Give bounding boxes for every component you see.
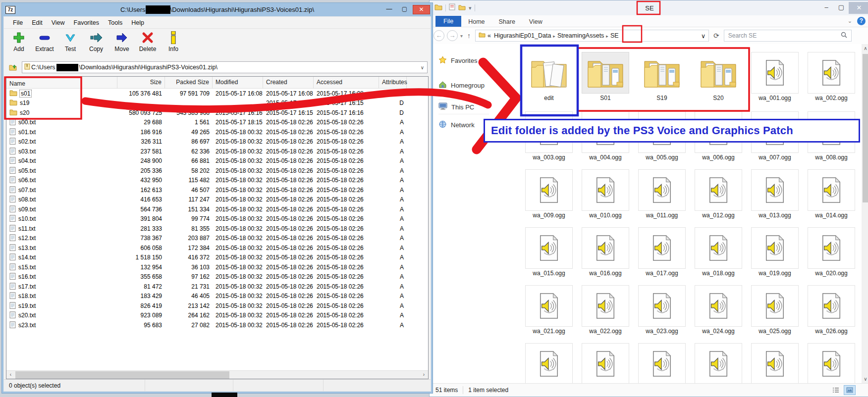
explorer-minimize-button[interactable]: –: [819, 2, 834, 13]
file-tile-wa_022-ogg[interactable]: wa_022.ogg: [580, 285, 631, 335]
ribbon-tab-home[interactable]: Home: [461, 17, 491, 27]
scroll-left-arrow-icon[interactable]: ‹: [6, 371, 15, 379]
file-tile-wa_015-ogg[interactable]: wa_015.ogg: [524, 227, 574, 277]
scrollbar-thumb[interactable]: [863, 54, 868, 202]
sevenzip-minimize-button[interactable]: —: [382, 5, 396, 14]
file-tile-wa_011-ogg[interactable]: wa_011.ogg: [637, 169, 687, 219]
breadcrumb-item-se[interactable]: SE: [609, 32, 620, 39]
menu-item-edit[interactable]: Edit: [28, 18, 47, 27]
sevenzip-address-input[interactable]: C:\Users\Downloads\Higurashi\HigurashiPS…: [22, 61, 428, 73]
table-row[interactable]: s10.txt 391 804 99 774 2015-05-18 00:32 …: [6, 214, 428, 224]
column-header-attributes[interactable]: Attributes: [379, 77, 407, 88]
info-button[interactable]: Info: [162, 31, 185, 52]
sevenzip-close-button[interactable]: ✕: [413, 5, 430, 14]
file-tile[interactable]: [750, 343, 800, 383]
file-tile-wa_019-ogg[interactable]: wa_019.ogg: [750, 227, 800, 277]
table-row[interactable]: s05.txt 205 336 58 202 2015-05-18 00:32 …: [6, 166, 428, 176]
sidebar-item-favorites[interactable]: Favorites: [438, 56, 477, 65]
column-header-accessed[interactable]: Accessed: [314, 77, 379, 88]
file-tile-wa_016-ogg[interactable]: wa_016.ogg: [580, 227, 631, 277]
explorer-close-button[interactable]: ✕: [849, 2, 868, 14]
menu-item-help[interactable]: Help: [127, 18, 148, 27]
details-view-button[interactable]: [830, 385, 842, 395]
up-button[interactable]: ↑: [465, 32, 473, 40]
table-row[interactable]: s01 105 376 481 97 591 709 2015-05-17 16…: [6, 89, 428, 99]
column-header-name[interactable]: Name: [6, 77, 117, 88]
file-tile-wa_017-ogg[interactable]: wa_017.ogg: [637, 227, 687, 277]
column-header-created[interactable]: Created: [263, 77, 314, 88]
column-header-size[interactable]: Size: [117, 77, 165, 88]
file-tile-wa_001-ogg[interactable]: wa_001.ogg: [750, 52, 800, 102]
table-row[interactable]: s20.txt 923 089 264 162 2015-05-18 00:32…: [6, 311, 428, 321]
file-tile-wa_026-ogg[interactable]: wa_026.ogg: [806, 285, 857, 335]
folder-tile-edit[interactable]: edit: [524, 52, 574, 102]
table-row[interactable]: s19.txt 826 419 213 142 2015-05-18 00:32…: [6, 301, 428, 311]
vertical-scrollbar[interactable]: ∧ ∨: [862, 44, 868, 383]
column-header-packed-size[interactable]: Packed Size: [165, 77, 213, 88]
file-tile[interactable]: [524, 343, 574, 383]
file-tile-wa_014-ogg[interactable]: wa_014.ogg: [806, 169, 857, 219]
ribbon-tab-view[interactable]: View: [522, 17, 549, 27]
table-row[interactable]: s01.txt 186 916 49 265 2015-05-18 00:32 …: [6, 127, 428, 137]
file-tile-wa_013-ogg[interactable]: wa_013.ogg: [750, 169, 800, 219]
file-tile-wa_010-ogg[interactable]: wa_010.ogg: [580, 169, 631, 219]
table-row[interactable]: s02.txt 326 311 86 697 2015-05-18 00:32 …: [6, 137, 428, 147]
breadcrumb-chevron-icon[interactable]: ▸: [552, 34, 556, 39]
extract-button[interactable]: Extract: [33, 31, 56, 52]
file-tile-wa_012-ogg[interactable]: wa_012.ogg: [693, 169, 744, 219]
table-row[interactable]: s15.txt 132 954 36 103 2015-05-18 00:32 …: [6, 262, 428, 272]
table-row[interactable]: s13.txt 606 058 172 384 2015-05-18 00:32…: [6, 243, 428, 253]
table-row[interactable]: s06.txt 432 950 115 482 2015-05-18 00:32…: [6, 176, 428, 186]
table-row[interactable]: s18.txt 183 429 46 405 2015-05-18 00:32 …: [6, 292, 428, 301]
table-row[interactable]: s20 580 093 725 543 383 966 2015-05-17 1…: [6, 108, 428, 118]
back-button[interactable]: ←: [434, 30, 444, 41]
sevenzip-maximize-button[interactable]: ▢: [397, 5, 412, 14]
delete-button[interactable]: Delete: [136, 31, 160, 52]
table-row[interactable]: s11.txt 281 333 81 355 2015-05-18 00:32 …: [6, 224, 428, 234]
file-tile-wa_009-ogg[interactable]: wa_009.ogg: [524, 169, 574, 219]
table-row[interactable]: s19 2015-05-17 16:14 2015-05-17 16:15 D: [6, 99, 428, 108]
table-row[interactable]: s09.txt 564 736 151 334 2015-05-18 00:32…: [6, 204, 428, 214]
table-row[interactable]: s16.txt 355 658 97 162 2015-05-18 00:32 …: [6, 272, 428, 282]
breadcrumb-chevron-icon[interactable]: ▸: [605, 34, 609, 39]
search-input[interactable]: Search SE: [724, 30, 852, 42]
file-tile[interactable]: [637, 343, 687, 383]
scrollbar-up-arrow-icon[interactable]: ∧: [862, 46, 868, 51]
file-tile-wa_024-ogg[interactable]: wa_024.ogg: [693, 285, 744, 335]
file-tile-wa_002-ogg[interactable]: wa_002.ogg: [806, 52, 857, 102]
forward-button[interactable]: →: [447, 30, 458, 41]
root-folder-icon[interactable]: [7, 62, 19, 73]
folder-tile-s19[interactable]: S19: [637, 52, 687, 102]
column-header-modified[interactable]: Modified: [213, 77, 263, 88]
hscrollbar-thumb[interactable]: [15, 371, 229, 379]
file-tile-wa_020-ogg[interactable]: wa_020.ogg: [806, 227, 857, 277]
table-row[interactable]: s04.txt 248 900 66 881 2015-05-18 00:32 …: [6, 156, 428, 166]
add-button[interactable]: Add: [7, 31, 31, 52]
sidebar-item-homegroup[interactable]: Homegroup: [438, 81, 485, 90]
recent-locations-chevron-icon[interactable]: ▾: [460, 33, 463, 39]
table-row[interactable]: s08.txt 416 653 117 247 2015-05-18 00:32…: [6, 195, 428, 205]
address-dropdown-chevron-icon[interactable]: ∨: [701, 32, 705, 40]
breadcrumb-item-streamingassets[interactable]: StreamingAssets: [556, 32, 605, 39]
refresh-icon[interactable]: ⟳: [711, 32, 721, 40]
table-row[interactable]: s03.txt 237 581 62 336 2015-05-18 00:32 …: [6, 147, 428, 156]
search-icon[interactable]: [841, 32, 847, 40]
breadcrumb[interactable]: « HigurashiEp01_Data▸StreamingAssets▸SE …: [475, 30, 709, 42]
scrollbar-down-arrow-icon[interactable]: ∨: [862, 376, 868, 382]
sidebar-item-network[interactable]: Network: [438, 120, 475, 130]
file-tile-wa_025-ogg[interactable]: wa_025.ogg: [750, 285, 800, 335]
ribbon-tab-share[interactable]: Share: [492, 17, 522, 27]
table-row[interactable]: s12.txt 738 367 203 887 2015-05-18 00:32…: [6, 234, 428, 244]
ribbon-tab-file[interactable]: File: [435, 16, 461, 27]
file-tile-wa_021-ogg[interactable]: wa_021.ogg: [524, 285, 574, 335]
address-dropdown-chevron-icon[interactable]: ∨: [421, 65, 425, 70]
file-tile[interactable]: [693, 343, 744, 383]
table-row[interactable]: s14.txt 1 518 150 416 372 2015-05-18 00:…: [6, 253, 428, 263]
breadcrumb-item-higurashiep01_data[interactable]: HigurashiEp01_Data: [493, 32, 552, 39]
table-row[interactable]: s23.txt 95 683 27 082 2015-05-18 00:32 2…: [6, 320, 428, 330]
horizontal-scrollbar[interactable]: ‹ ›: [6, 370, 428, 379]
table-row[interactable]: s07.txt 162 613 46 507 2015-05-18 00:32 …: [6, 185, 428, 195]
help-icon[interactable]: ?: [857, 17, 866, 25]
test-button[interactable]: Test: [58, 31, 82, 52]
menu-item-tools[interactable]: Tools: [104, 18, 126, 27]
